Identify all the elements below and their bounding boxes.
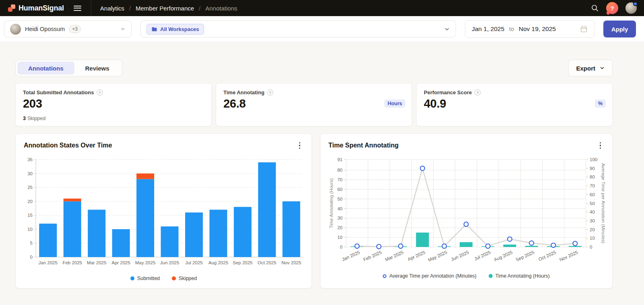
- y-tick-label: 35: [27, 157, 33, 162]
- search-icon[interactable]: [591, 4, 599, 12]
- bar-segment: [39, 224, 57, 257]
- time-spent-chart: 0102030405060708091010203040506070809010…: [328, 153, 605, 268]
- bar: [460, 242, 473, 247]
- help-circle-icon[interactable]: ?: [267, 89, 273, 95]
- apply-button[interactable]: Apply: [603, 21, 636, 37]
- breadcrumb-member-performance[interactable]: Member Performance: [136, 5, 194, 12]
- workspace-chip[interactable]: All Workspaces: [147, 24, 204, 35]
- stat-card-total-submitted: Total Submitted Annotations ? 203 3Skipp…: [15, 83, 212, 127]
- help-icon[interactable]: ?: [606, 2, 618, 14]
- tab-group: Annotations Reviews: [15, 60, 122, 77]
- chart-title: Time Spent Annotating: [328, 142, 398, 149]
- y-left-tick-label: 40: [337, 206, 343, 211]
- bar: [525, 246, 538, 247]
- legend-item-avg-time[interactable]: Average Time per Annotation (Minutes): [383, 273, 477, 279]
- time-spent-legend: Average Time per Annotation (Minutes) Ti…: [328, 273, 604, 279]
- main-content: Annotations Reviews Export Total Submitt…: [15, 60, 613, 288]
- breadcrumb-analytics[interactable]: Analytics: [100, 5, 124, 12]
- topbar-divider: [91, 0, 91, 16]
- stat-label: Performance Score: [424, 89, 472, 95]
- bar-segment: [161, 226, 179, 257]
- bar-segment: [283, 201, 300, 257]
- legend-item-skipped[interactable]: Skipped: [172, 276, 197, 281]
- bar: [503, 245, 516, 247]
- y-right-tick-label: 20: [590, 227, 595, 232]
- menu-icon[interactable]: [73, 2, 82, 14]
- y-left-tick-label: 60: [337, 187, 343, 192]
- x-tick-label: Sep 2025: [515, 250, 535, 262]
- y-tick-label: 10: [27, 227, 33, 232]
- stat-card-performance-score: Performance Score ? 40.9 %: [416, 83, 613, 127]
- bar-segment: [112, 229, 130, 257]
- line-marker: [464, 222, 469, 226]
- x-tick-label: Nov 2025: [281, 260, 301, 265]
- y-tick-label: 20: [27, 199, 33, 204]
- bar-segment: [64, 199, 81, 201]
- x-tick-label: Apr 2025: [407, 250, 426, 262]
- kebab-menu-icon[interactable]: [296, 141, 304, 151]
- x-tick-label: Aug 2025: [208, 260, 228, 265]
- stat-label: Time Annotating: [223, 89, 264, 95]
- avg-time-ring-icon: [383, 274, 386, 278]
- bar-segment: [185, 212, 203, 257]
- member-name: Heidi Opossum: [25, 26, 65, 32]
- unit-badge: %: [595, 100, 606, 108]
- bar-segment: [209, 210, 227, 257]
- y-right-tick-label: 40: [590, 210, 595, 214]
- submitted-dot-icon: [130, 276, 134, 280]
- y-tick-label: 25: [27, 185, 33, 190]
- y-left-tick-label: 30: [337, 216, 343, 220]
- tab-reviews[interactable]: Reviews: [74, 62, 120, 75]
- y-tick-label: 15: [27, 213, 33, 218]
- tab-annotations[interactable]: Annotations: [17, 62, 74, 75]
- legend-item-time-annotating[interactable]: Time Annotating (Hours): [489, 273, 550, 279]
- stat-value: 203: [23, 97, 204, 110]
- breadcrumb: Analytics / Member Performance / Annotat…: [100, 5, 237, 12]
- date-range-picker[interactable]: Jan 1, 2025 to Nov 19, 2025: [465, 20, 594, 38]
- member-select[interactable]: Heidi Opossum +3: [4, 21, 132, 37]
- y-left-tick-label: 0: [340, 245, 343, 249]
- stat-footnote: 3Skipped: [23, 116, 45, 121]
- export-button[interactable]: Export: [568, 60, 613, 77]
- date-range-start: Jan 1, 2025: [472, 25, 504, 33]
- kebab-menu-icon[interactable]: [597, 141, 605, 151]
- humansignal-logo-icon: [8, 4, 15, 12]
- legend-item-submitted[interactable]: Submitted: [130, 276, 160, 281]
- brand-logo[interactable]: HumanSignal: [8, 4, 64, 12]
- skipped-dot-icon: [172, 276, 176, 280]
- y-right-tick-label: 0: [590, 245, 592, 249]
- y-left-tick-label: 10: [337, 235, 343, 240]
- stat-label: Total Submitted Annotations: [23, 89, 94, 95]
- y-left-tick-label: 70: [337, 177, 343, 182]
- x-tick-label: Jul 2025: [473, 250, 491, 261]
- y-left-axis-label: Time Annotating (Hours): [329, 178, 334, 228]
- y-left-tick-label: 91: [337, 157, 343, 162]
- line-marker: [398, 244, 403, 248]
- export-label: Export: [576, 65, 595, 72]
- help-circle-icon[interactable]: ?: [475, 89, 481, 95]
- bar-segment: [234, 207, 252, 257]
- workspace-select[interactable]: All Workspaces: [140, 21, 456, 37]
- line-marker: [442, 244, 446, 248]
- x-tick-label: Feb 2025: [363, 250, 382, 262]
- chevron-down-icon: [444, 26, 450, 32]
- bar-segment: [258, 162, 276, 257]
- y-right-tick-label: 10: [590, 236, 595, 241]
- line-marker: [508, 237, 512, 241]
- y-right-tick-label: 60: [590, 192, 595, 197]
- more-members-badge: +3: [69, 25, 81, 33]
- x-tick-label: Oct 2025: [538, 250, 557, 262]
- x-tick-label: Jun 2025: [450, 250, 470, 262]
- x-tick-label: Mar 2025: [384, 250, 404, 262]
- bar: [416, 232, 429, 247]
- brand-name: HumanSignal: [19, 4, 64, 12]
- member-avatar: [10, 24, 21, 35]
- y-right-tick-label: 70: [590, 183, 595, 188]
- user-avatar[interactable]: [625, 2, 637, 14]
- filter-bar: Heidi Opossum +3 All Workspaces Jan 1, 2…: [0, 16, 644, 42]
- charts-row: Annotation States Over Time 051015202530…: [15, 133, 613, 288]
- help-circle-icon[interactable]: ?: [97, 89, 103, 95]
- annotation-states-chart: 05101520253035Jan 2025Feb 2025Mar 2025Ap…: [24, 153, 304, 270]
- chevron-down-icon: [120, 26, 126, 32]
- bar-segment: [136, 174, 154, 179]
